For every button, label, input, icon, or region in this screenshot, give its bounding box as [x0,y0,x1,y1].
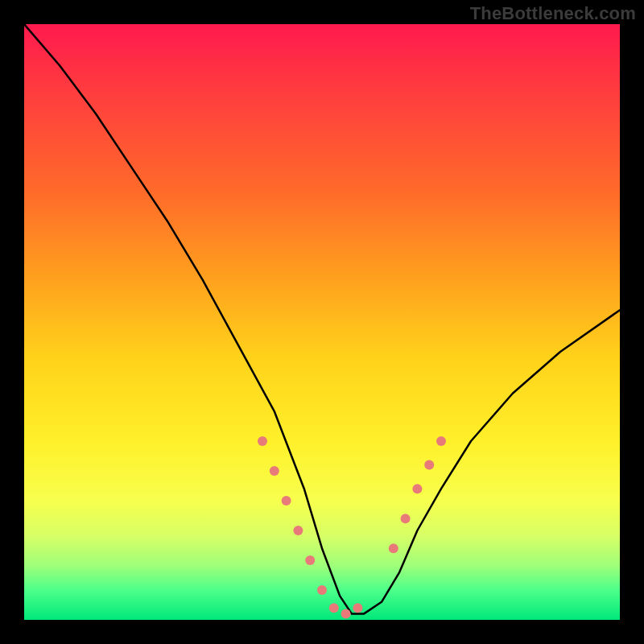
highlight-dot [424,460,434,470]
watermark-text: TheBottleneck.com [470,3,636,24]
highlight-dot [341,609,351,619]
bottleneck-curve-svg [24,24,620,620]
highlight-dot [401,514,411,523]
highlight-dot [270,466,279,476]
highlight-dots-left [258,436,362,619]
highlight-dot [389,543,398,553]
highlight-dot [282,496,291,506]
highlight-dot [353,603,362,613]
highlight-dot [436,436,446,446]
highlight-dot [329,603,339,613]
bottleneck-curve-path [24,24,620,614]
chart-frame: TheBottleneck.com [0,0,644,644]
highlight-dot [317,585,327,595]
highlight-dot [293,526,303,535]
highlight-dot [412,484,422,493]
highlight-dot [258,436,267,446]
highlight-dot [305,555,315,565]
